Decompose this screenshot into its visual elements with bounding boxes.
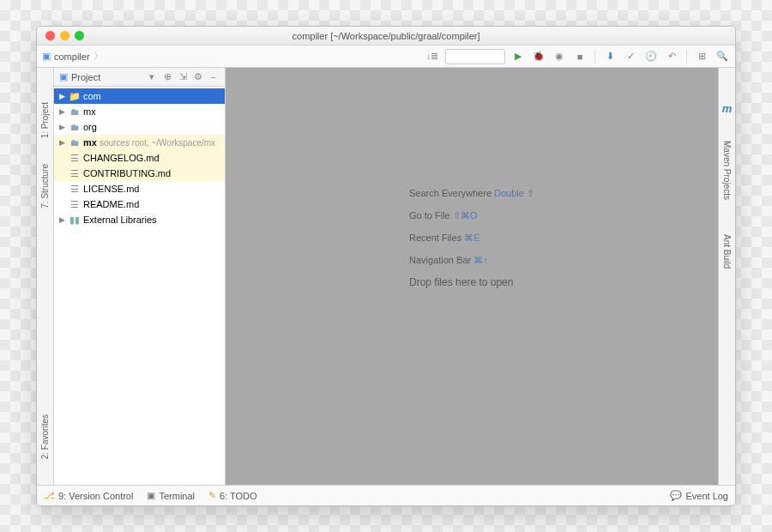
editor-area[interactable]: Search Everywhere Double ⇧ Go to File ⇧⌘… bbox=[226, 68, 718, 485]
branch-icon: ⎇ bbox=[44, 490, 55, 501]
vcs-update-icon[interactable]: ⬇ bbox=[602, 49, 618, 64]
titlebar[interactable]: compiler [~/Workspace/public/graal/compi… bbox=[37, 27, 735, 45]
project-icon: ▣ bbox=[59, 71, 68, 82]
tool-favorites[interactable]: 2: Favorites bbox=[40, 414, 50, 459]
tree-label: mx bbox=[83, 137, 97, 148]
vcs-history-icon[interactable]: 🕘 bbox=[643, 49, 659, 64]
stop-icon[interactable]: ■ bbox=[572, 49, 588, 64]
gear-icon[interactable]: ⚙ bbox=[192, 71, 204, 83]
hide-icon[interactable]: − bbox=[208, 71, 220, 83]
tree-suffix: sources root, ~/Workspace/mx bbox=[100, 138, 215, 148]
tree-item-com[interactable]: ▶ 📁 com bbox=[54, 88, 225, 104]
tree-item-readme[interactable]: ☰ README.md bbox=[54, 196, 225, 212]
todo-icon: ✎ bbox=[208, 490, 216, 501]
empty-editor-hints: Search Everywhere Double ⇧ Go to File ⇧⌘… bbox=[409, 187, 534, 299]
hint-goto-file: Go to File ⇧⌘O bbox=[409, 209, 534, 221]
status-vcs[interactable]: ⎇ 9: Version Control bbox=[44, 490, 133, 501]
sidebar-title: Project bbox=[71, 72, 100, 82]
tree-label: CHANGELOG.md bbox=[83, 153, 160, 163]
ide-window: compiler [~/Workspace/public/graal/compi… bbox=[36, 26, 736, 506]
tree-item-changelog[interactable]: ☰ CHANGELOG.md bbox=[54, 150, 225, 166]
module-icon: ▣ bbox=[42, 51, 51, 62]
right-tool-gutter: m Maven Projects Ant Build bbox=[718, 68, 735, 485]
tree-item-mx[interactable]: ▶ 🖿 mx bbox=[54, 104, 225, 119]
vcs-commit-icon[interactable]: ✓ bbox=[623, 49, 638, 64]
folder-icon: 🖿 bbox=[69, 122, 81, 132]
structure-icon[interactable]: ⊞ bbox=[694, 49, 709, 64]
expand-icon[interactable]: ▶ bbox=[57, 107, 66, 116]
project-tree: ▶ 📁 com ▶ 🖿 mx ▶ 🖿 org ▶ 🖿 mx bbox=[54, 87, 225, 485]
file-icon: ☰ bbox=[69, 184, 81, 195]
target-icon[interactable]: ⊕ bbox=[161, 71, 173, 83]
expand-icon[interactable]: ▶ bbox=[57, 92, 66, 100]
separator bbox=[594, 50, 595, 63]
hint-recent-files: Recent Files ⌘E bbox=[409, 232, 534, 244]
file-icon: ☰ bbox=[69, 153, 81, 164]
tree-label: com bbox=[83, 91, 101, 101]
hint-drop-files: Drop files here to open bbox=[409, 276, 534, 288]
main-area: 1: Project 7: Structure 2: Favorites ▣ P… bbox=[37, 68, 735, 485]
tree-label: README.md bbox=[83, 199, 139, 209]
expand-icon[interactable]: ▶ bbox=[57, 138, 66, 147]
file-icon: ☰ bbox=[69, 168, 81, 179]
expand-icon[interactable]: ▶ bbox=[57, 123, 66, 131]
tree-label: org bbox=[83, 122, 97, 132]
file-icon: ☰ bbox=[69, 199, 81, 210]
tree-label: External Libraries bbox=[83, 215, 157, 225]
folder-icon: 🖿 bbox=[69, 106, 81, 117]
status-terminal[interactable]: ▣ Terminal bbox=[147, 490, 195, 501]
status-event-log[interactable]: 💬 Event Log bbox=[670, 490, 728, 501]
tree-item-license[interactable]: ☰ LICENSE.md bbox=[54, 181, 225, 196]
folder-icon: 🖿 bbox=[69, 137, 81, 148]
toolbar-right: ↓≣ ▶ 🐞 ◉ ■ ⬇ ✓ 🕘 ↶ ⊞ 🔍 bbox=[425, 49, 730, 64]
tool-project[interactable]: 1: Project bbox=[40, 102, 50, 138]
status-todo[interactable]: ✎ 6: TODO bbox=[208, 490, 257, 501]
library-icon: ▮▮ bbox=[69, 215, 81, 226]
dropdown-icon[interactable]: ▾ bbox=[146, 71, 158, 83]
tool-ant[interactable]: Ant Build bbox=[722, 234, 732, 269]
status-bar: ⎇ 9: Version Control ▣ Terminal ✎ 6: TOD… bbox=[37, 485, 735, 505]
project-sidebar: ▣ Project ▾ ⊕ ⇲ ⚙ − ▶ 📁 com ▶ 🖿 mx bbox=[54, 68, 226, 485]
window-title: compiler [~/Workspace/public/graal/compi… bbox=[37, 31, 735, 41]
collapse-icon[interactable]: ⇲ bbox=[177, 71, 189, 83]
tree-item-mx-sources[interactable]: ▶ 🖿 mx sources root, ~/Workspace/mx bbox=[54, 135, 225, 150]
sidebar-header: ▣ Project ▾ ⊕ ⇲ ⚙ − bbox=[54, 68, 225, 87]
toolbar: ▣ compiler 〉 ↓≣ ▶ 🐞 ◉ ■ ⬇ ✓ 🕘 ↶ ⊞ 🔍 bbox=[37, 45, 735, 68]
tree-label: CONTRIBUTING.md bbox=[83, 168, 171, 178]
run-config-select[interactable] bbox=[445, 49, 505, 64]
sort-icon[interactable]: ↓≣ bbox=[425, 49, 440, 64]
debug-icon[interactable]: 🐞 bbox=[531, 49, 546, 64]
search-icon[interactable]: 🔍 bbox=[715, 49, 730, 64]
tree-label: LICENSE.md bbox=[83, 184, 139, 194]
separator bbox=[686, 50, 687, 63]
expand-icon[interactable]: ▶ bbox=[57, 215, 66, 224]
hint-search-everywhere: Search Everywhere Double ⇧ bbox=[409, 187, 534, 199]
hint-nav-bar: Navigation Bar ⌘↑ bbox=[409, 254, 534, 266]
terminal-icon: ▣ bbox=[147, 490, 155, 501]
vcs-revert-icon[interactable]: ↶ bbox=[664, 49, 679, 64]
breadcrumb[interactable]: ▣ compiler 〉 bbox=[42, 50, 103, 63]
tree-item-contributing[interactable]: ☰ CONTRIBUTING.md bbox=[54, 166, 225, 181]
chevron-right-icon: 〉 bbox=[93, 50, 103, 63]
run-icon[interactable]: ▶ bbox=[510, 49, 526, 64]
tree-item-org[interactable]: ▶ 🖿 org bbox=[54, 119, 225, 135]
balloon-icon: 💬 bbox=[670, 490, 682, 501]
folder-icon: 📁 bbox=[69, 91, 81, 102]
coverage-icon[interactable]: ◉ bbox=[552, 49, 567, 64]
tree-label: mx bbox=[83, 106, 96, 117]
tree-item-external-libs[interactable]: ▶ ▮▮ External Libraries bbox=[54, 212, 225, 227]
tool-structure[interactable]: 7: Structure bbox=[40, 164, 50, 209]
maven-m-icon: m bbox=[722, 102, 733, 115]
tool-maven[interactable]: Maven Projects bbox=[722, 141, 732, 200]
breadcrumb-module: compiler bbox=[54, 51, 90, 62]
left-tool-gutter: 1: Project 7: Structure 2: Favorites bbox=[37, 68, 54, 485]
